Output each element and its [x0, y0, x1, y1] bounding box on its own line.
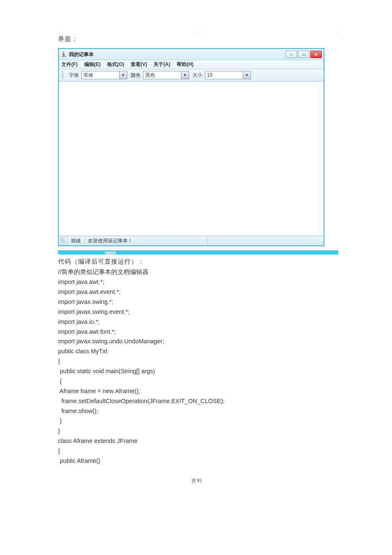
status-empty: [207, 236, 324, 245]
font-value: 宋体: [82, 71, 119, 79]
maximize-button[interactable]: ▭: [298, 51, 309, 58]
minimize-button[interactable]: ─: [285, 51, 297, 58]
window-bottom-border: [58, 250, 338, 254]
menu-edit[interactable]: 编辑(E): [84, 61, 101, 68]
text-area[interactable]: [59, 81, 324, 236]
titlebar: 我的记事本 ─ ▭ ✕: [59, 49, 324, 60]
intro-label: 界面：: [58, 35, 338, 43]
font-combobox[interactable]: 宋体 ▼: [81, 71, 127, 79]
window-title: 我的记事本: [69, 51, 285, 58]
menu-about[interactable]: 关于(A): [153, 61, 170, 68]
menu-view[interactable]: 查看(V): [131, 61, 147, 68]
statusbar: 就绪 欢迎使用该记事本！: [59, 236, 324, 245]
notepad-window: 我的记事本 ─ ▭ ✕ 文件(F) 编辑(E) 格式(O) 查看(V) 关于(A…: [58, 48, 324, 246]
menu-format[interactable]: 格式(O): [107, 61, 124, 68]
font-label: 字体: [69, 72, 79, 79]
chevron-down-icon[interactable]: ▼: [243, 71, 251, 79]
chevron-down-icon[interactable]: ▼: [119, 71, 127, 79]
close-button[interactable]: ✕: [310, 51, 322, 58]
color-combobox[interactable]: 黑色 ▼: [143, 71, 189, 79]
code-block: //简单的类似记事本的文档编辑器 import java.awt.*; impo…: [58, 267, 338, 466]
toolbar-grip-icon: [61, 71, 64, 79]
svg-point-0: [62, 56, 66, 57]
menubar: 文件(F) 编辑(E) 格式(O) 查看(V) 关于(A) 帮助(H): [59, 60, 324, 69]
chevron-down-icon[interactable]: ▼: [181, 71, 189, 79]
size-label: 大小: [192, 72, 202, 79]
size-combobox[interactable]: 15 ▼: [205, 71, 251, 79]
toolbar: 字体 宋体 ▼ 颜色 黑色 ▼ 大小 15 ▼: [59, 69, 324, 81]
size-value: 15: [205, 71, 243, 79]
code-label: 代码（编译后可直接运行）：: [58, 258, 338, 266]
java-app-icon: [61, 51, 67, 58]
color-value: 黑色: [144, 71, 181, 79]
statusbar-grip-icon: [61, 237, 65, 244]
page-footer: 资料.: [58, 477, 338, 484]
header-dots: .. ..: [58, 29, 338, 35]
status-ready: 就绪: [67, 236, 84, 245]
status-welcome: 欢迎使用该记事本！: [84, 236, 207, 245]
color-label: 颜色: [131, 72, 141, 79]
menu-file[interactable]: 文件(F): [61, 61, 78, 68]
menu-help[interactable]: 帮助(H): [177, 61, 194, 68]
